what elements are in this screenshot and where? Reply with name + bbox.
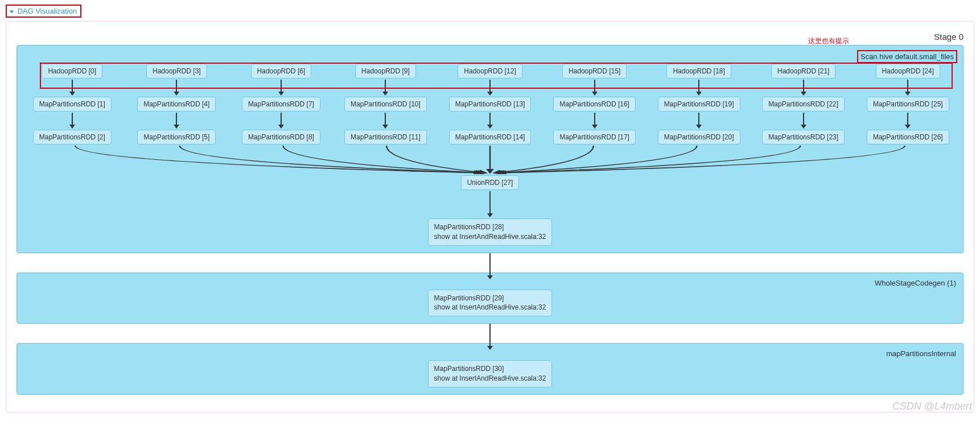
hadoop-rdd-node[interactable]: HadoopRDD [6] — [251, 64, 312, 79]
map-partitions-rdd-node[interactable]: MapPartitionsRDD [5] — [137, 130, 216, 145]
edge-arrow-icon — [591, 80, 598, 96]
edge-arrow-icon — [487, 324, 493, 350]
annotation-hint: 这里也有提示 — [808, 36, 849, 46]
map-partitions-rdd-node[interactable]: MapPartitionsRDD [22] — [762, 97, 845, 112]
hadoop-rdd-node[interactable]: HadoopRDD [21] — [771, 64, 835, 79]
edge-arrow-icon — [695, 113, 702, 129]
edge-arrow-icon — [382, 113, 389, 129]
hadoop-rdd-node[interactable]: HadoopRDD [12] — [458, 64, 522, 79]
scan-hive-label: Scan hive default.small_files — [857, 50, 957, 63]
rdd-column: HadoopRDD [21]MapPartitionsRDD [22]MapPa… — [755, 63, 852, 146]
dag-visualization-toggle[interactable]: DAG Visualization — [6, 5, 81, 18]
edge-arrow-icon — [69, 113, 76, 129]
edge-arrow-icon — [487, 113, 493, 129]
rdd-columns: HadoopRDD [0]MapPartitionsRDD [1]MapPart… — [24, 63, 956, 146]
hadoop-rdd-node[interactable]: HadoopRDD [18] — [666, 64, 731, 79]
mappartitionsinternal-label: mapPartitionsInternal — [24, 349, 956, 358]
union-stack: UnionRDD [27] MapPartitionsRDD [28] show… — [24, 174, 956, 247]
stage-container: Stage 0 这里也有提示 Scan hive default.small_f… — [6, 21, 974, 412]
edge-arrow-icon — [69, 80, 76, 96]
hadoop-rdd-node[interactable]: HadoopRDD [15] — [562, 64, 627, 79]
hadoop-rdd-node[interactable]: HadoopRDD [3] — [146, 64, 207, 79]
edge-arrow-icon — [173, 113, 180, 129]
edge-arrow-icon — [487, 80, 493, 96]
hadoop-rdd-node[interactable]: HadoopRDD [24] — [876, 64, 940, 79]
map-partitions-rdd-node[interactable]: MapPartitionsRDD [17] — [553, 130, 636, 145]
map-partitions-rdd-node[interactable]: MapPartitionsRDD [2] — [33, 130, 112, 145]
mp29-line2: show at InsertAndReadHive.scala:32 — [434, 303, 546, 312]
map-partitions-rdd-node[interactable]: MapPartitionsRDD [14] — [449, 130, 532, 145]
mp29-line1: MapPartitionsRDD [29] — [434, 294, 546, 303]
rdd-column: HadoopRDD [3]MapPartitionsRDD [4]MapPart… — [129, 63, 225, 146]
map-partitions-rdd-node[interactable]: MapPartitionsRDD [26] — [867, 130, 949, 145]
rdd-column: HadoopRDD [15]MapPartitionsRDD [16]MapPa… — [546, 63, 643, 146]
map-partitions-rdd-node[interactable]: MapPartitionsRDD [19] — [658, 97, 740, 112]
mp28-line1: MapPartitionsRDD [28] — [434, 222, 546, 232]
mp28-node[interactable]: MapPartitionsRDD [28] show at InsertAndR… — [428, 218, 553, 246]
map-partitions-rdd-node[interactable]: MapPartitionsRDD [10] — [344, 97, 427, 112]
edge-arrow-icon — [173, 80, 180, 96]
rdd-column: HadoopRDD [6]MapPartitionsRDD [7]MapPart… — [233, 63, 330, 146]
dag-visualization-label: DAG Visualization — [18, 7, 77, 15]
map-partitions-rdd-node[interactable]: MapPartitionsRDD [7] — [242, 97, 320, 112]
map-partitions-rdd-node[interactable]: MapPartitionsRDD [1] — [33, 97, 112, 112]
edge-arrow-icon — [487, 191, 493, 217]
map-partitions-rdd-node[interactable]: MapPartitionsRDD [23] — [762, 130, 845, 145]
rdd-column: HadoopRDD [24]MapPartitionsRDD [25]MapPa… — [860, 63, 957, 146]
mp30-line1: MapPartitionsRDD [30] — [434, 364, 546, 374]
map-partitions-rdd-node[interactable]: MapPartitionsRDD [13] — [449, 97, 532, 112]
caret-down-icon — [10, 10, 14, 13]
fan-in-edges — [24, 146, 956, 174]
mappartitionsinternal-cluster: mapPartitionsInternal MapPartitionsRDD [… — [17, 343, 963, 395]
edge-arrow-icon — [800, 113, 807, 129]
edge-arrow-icon — [382, 80, 389, 96]
map-partitions-rdd-node[interactable]: MapPartitionsRDD [8] — [242, 130, 320, 145]
edge-arrow-icon — [800, 80, 807, 96]
inter-cluster-edge-2 — [17, 324, 963, 350]
mp28-line2: show at InsertAndReadHive.scala:32 — [434, 232, 546, 242]
map-partitions-rdd-node[interactable]: MapPartitionsRDD [11] — [344, 130, 427, 145]
edge-arrow-icon — [278, 113, 285, 129]
edge-arrow-icon — [695, 80, 702, 96]
map-partitions-rdd-node[interactable]: MapPartitionsRDD [4] — [137, 97, 216, 112]
inter-cluster-edge-1 — [17, 253, 963, 279]
hadoop-rdd-node[interactable]: HadoopRDD [9] — [355, 64, 416, 79]
wholestagecodegen-cluster: WholeStageCodegen (1) MapPartitionsRDD [… — [17, 273, 963, 324]
mp29-node[interactable]: MapPartitionsRDD [29] show at InsertAndR… — [428, 290, 553, 317]
mp30-line2: show at InsertAndReadHive.scala:32 — [434, 374, 546, 383]
rdd-column: HadoopRDD [0]MapPartitionsRDD [1]MapPart… — [24, 63, 121, 146]
map-partitions-rdd-node[interactable]: MapPartitionsRDD [25] — [867, 97, 949, 112]
edge-arrow-icon — [487, 253, 493, 279]
rdd-column: HadoopRDD [12]MapPartitionsRDD [13]MapPa… — [442, 63, 538, 146]
mp30-node[interactable]: MapPartitionsRDD [30] show at InsertAndR… — [428, 360, 553, 387]
map-partitions-rdd-node[interactable]: MapPartitionsRDD [20] — [658, 130, 740, 145]
rdd-column: HadoopRDD [18]MapPartitionsRDD [19]MapPa… — [650, 63, 747, 146]
wholestagecodegen-label: WholeStageCodegen (1) — [24, 279, 956, 287]
edge-arrow-icon — [904, 80, 911, 96]
rdd-column: HadoopRDD [9]MapPartitionsRDD [10]MapPar… — [337, 63, 434, 146]
hadoop-rdd-node[interactable]: HadoopRDD [0] — [42, 64, 102, 79]
scan-hive-cluster: 这里也有提示 Scan hive default.small_files Had… — [17, 45, 963, 253]
map-partitions-rdd-node[interactable]: MapPartitionsRDD [16] — [553, 97, 636, 112]
union-rdd-node[interactable]: UnionRDD [27] — [461, 175, 520, 190]
edge-arrow-icon — [591, 113, 598, 129]
edge-arrow-icon — [278, 80, 285, 96]
edge-arrow-icon — [904, 113, 911, 129]
